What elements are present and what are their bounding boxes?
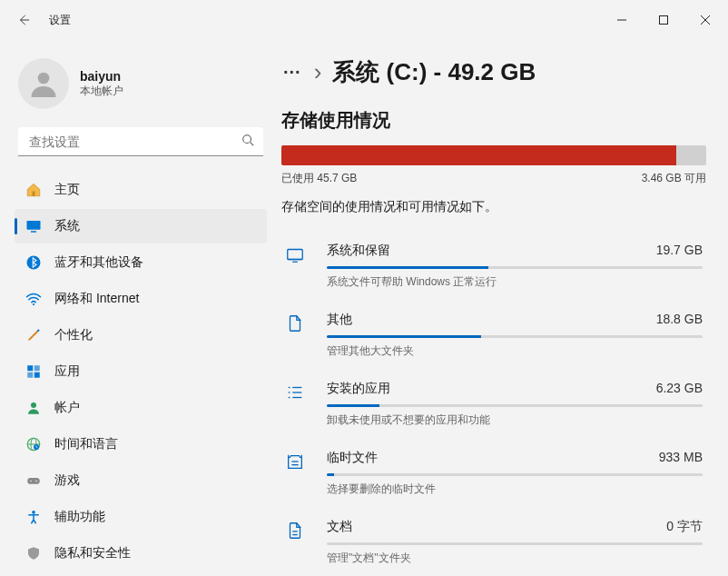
gamepad-icon [25, 472, 42, 489]
back-button[interactable] [5, 2, 42, 38]
category-size: 933 MB [659, 450, 703, 466]
category-sub: 选择要删除的临时文件 [327, 482, 703, 497]
person-icon [25, 400, 42, 416]
nav-label: 个性化 [54, 327, 93, 343]
storage-category-item[interactable]: 文档0 字节管理"文档"文件夹 [281, 508, 706, 576]
storage-description: 存储空间的使用情况和可用情况如下。 [281, 199, 706, 215]
window-controls [601, 5, 726, 35]
nav-label: 应用 [54, 363, 80, 380]
sidebar-item-network[interactable]: 网络和 Internet [15, 282, 267, 316]
storage-category-item[interactable]: 系统和保留19.7 GB系统文件可帮助 Windows 正常运行 [281, 232, 706, 301]
category-name: 临时文件 [327, 450, 378, 466]
bluetooth-icon [25, 254, 42, 271]
titlebar: 设置 [0, 0, 728, 40]
sidebar-item-bluetooth[interactable]: 蓝牙和其他设备 [15, 245, 267, 280]
close-button[interactable] [684, 5, 726, 35]
globe-icon [25, 436, 42, 452]
storage-category-item[interactable]: 临时文件933 MB选择要删除的临时文件 [281, 439, 706, 508]
sidebar-item-personalization[interactable]: 个性化 [15, 318, 267, 353]
category-size: 6.23 GB [656, 381, 703, 397]
category-name: 其他 [327, 312, 352, 328]
svg-rect-25 [288, 250, 303, 260]
svg-rect-1 [660, 16, 668, 25]
sidebar-item-gaming[interactable]: 游戏 [15, 463, 267, 498]
svg-point-24 [32, 511, 35, 514]
shield-icon [25, 545, 42, 561]
nav-label: 隐私和安全性 [54, 545, 131, 561]
svg-point-4 [38, 73, 50, 84]
svg-point-23 [35, 481, 37, 482]
avatar [18, 58, 69, 109]
user-name: baiyun [80, 69, 123, 84]
minimize-button[interactable] [601, 5, 643, 35]
category-name: 安装的应用 [327, 381, 390, 397]
sidebar-item-home[interactable]: 主页 [15, 173, 267, 207]
brush-icon [25, 327, 42, 343]
list-icon [285, 381, 310, 428]
search-input[interactable] [18, 127, 263, 156]
svg-rect-8 [27, 221, 41, 230]
sidebar-item-privacy[interactable]: 隐私和安全性 [15, 536, 267, 571]
user-type: 本地帐户 [80, 84, 123, 99]
search-icon [241, 134, 254, 150]
search-box [18, 127, 263, 156]
user-account-button[interactable]: baiyun 本地帐户 [4, 51, 278, 120]
svg-rect-21 [27, 478, 40, 484]
svg-point-22 [30, 481, 32, 482]
storage-usage-bar [281, 145, 706, 165]
svg-rect-15 [34, 372, 40, 378]
home-icon [25, 182, 42, 198]
system-icon [25, 218, 42, 234]
section-title: 存储使用情况 [281, 108, 706, 133]
free-label: 3.46 GB 可用 [642, 171, 706, 186]
sidebar: baiyun 本地帐户 主页 系统 蓝牙和其他设备 [0, 40, 281, 576]
storage-category-item[interactable]: 其他18.8 GB管理其他大文件夹 [281, 301, 706, 370]
nav-label: 时间和语言 [54, 436, 118, 452]
category-bar [327, 335, 703, 338]
category-bar [327, 473, 703, 476]
category-size: 0 字节 [666, 519, 703, 535]
category-size: 18.8 GB [656, 312, 703, 328]
category-bar [327, 542, 703, 545]
category-sub: 系统文件可帮助 Windows 正常运行 [327, 274, 703, 290]
wifi-icon [25, 291, 42, 307]
category-bar [327, 404, 703, 407]
nav-label: 游戏 [54, 472, 80, 489]
svg-point-11 [33, 303, 34, 305]
sidebar-item-accounts[interactable]: 帐户 [15, 391, 267, 425]
sidebar-item-apps[interactable]: 应用 [15, 354, 267, 389]
desktop-icon [285, 243, 310, 290]
breadcrumb-more-button[interactable]: ··· [281, 62, 303, 83]
chevron-right-icon: › [314, 58, 322, 86]
nav-label: 主页 [54, 182, 80, 198]
sidebar-item-system[interactable]: 系统 [15, 209, 267, 243]
accessibility-icon [25, 509, 42, 525]
used-label: 已使用 45.7 GB [281, 171, 357, 186]
svg-line-6 [251, 143, 254, 146]
svg-point-5 [243, 135, 251, 144]
maximize-button[interactable] [643, 5, 684, 35]
page-title: 系统 (C:) - 49.2 GB [332, 56, 536, 88]
sidebar-item-time-language[interactable]: 时间和语言 [15, 427, 267, 462]
document-icon [285, 519, 310, 566]
nav-label: 蓝牙和其他设备 [54, 254, 143, 271]
usage-labels: 已使用 45.7 GB 3.46 GB 可用 [281, 171, 706, 186]
svg-rect-12 [27, 365, 33, 371]
content-area[interactable]: ··· › 系统 (C:) - 49.2 GB 存储使用情况 已使用 45.7 … [281, 40, 728, 576]
window-title: 设置 [49, 13, 601, 28]
trash-icon [285, 450, 310, 497]
category-sub: 管理其他大文件夹 [327, 343, 703, 359]
storage-category-item[interactable]: 安装的应用6.23 GB卸载未使用或不想要的应用和功能 [281, 370, 706, 439]
category-name: 文档 [327, 519, 352, 535]
nav-list: 主页 系统 蓝牙和其他设备 网络和 Internet 个性化 应用 [4, 171, 278, 576]
nav-label: 系统 [54, 218, 80, 234]
storage-usage-fill [281, 145, 676, 165]
svg-rect-14 [27, 372, 33, 378]
category-name: 系统和保留 [327, 243, 390, 259]
category-bar [327, 266, 703, 269]
nav-label: 辅助功能 [54, 509, 105, 525]
category-sub: 卸载未使用或不想要的应用和功能 [327, 412, 703, 428]
sidebar-item-accessibility[interactable]: 辅助功能 [15, 500, 267, 534]
svg-rect-7 [33, 192, 35, 196]
apps-icon [25, 363, 42, 380]
